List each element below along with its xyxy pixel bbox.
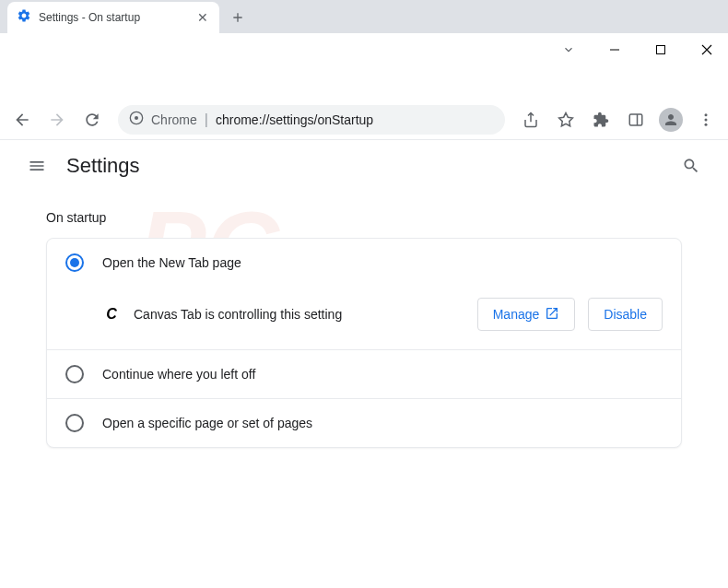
extension-notice-row: C Canvas Tab is controlling this setting… [47,287,681,349]
disable-button[interactable]: Disable [588,298,663,331]
manage-button[interactable]: Manage [477,298,576,331]
address-bar[interactable]: Chrome | chrome://settings/onStartup [118,105,505,135]
hamburger-menu-icon[interactable] [18,147,55,184]
site-info-icon[interactable] [129,111,144,129]
radio-label: Open a specific page or set of pages [102,416,312,430]
reload-button[interactable] [77,105,107,135]
window-controls [0,33,728,66]
radio-label: Continue where you left off [102,367,255,382]
radio-label: Open the New Tab page [102,255,241,270]
tab-title: Settings - On startup [39,11,188,24]
search-icon[interactable] [673,147,710,184]
extension-app-icon: C [102,305,121,323]
settings-gear-icon [17,8,31,27]
radio-option-continue[interactable]: Continue where you left off [47,350,681,398]
settings-content: On startup Open the New Tab page C Canva… [0,192,728,466]
close-button[interactable] [693,36,721,64]
chevron-down-icon[interactable] [555,36,582,64]
radio-button[interactable] [65,253,84,272]
forward-button[interactable] [42,105,72,135]
page-title: Settings [66,154,673,178]
radio-option-specific-pages[interactable]: Open a specific page or set of pages [47,399,681,447]
svg-rect-0 [610,50,619,51]
radio-button[interactable] [65,365,84,383]
svg-rect-4 [629,114,642,125]
radio-button[interactable] [65,414,84,432]
tab-close-icon[interactable]: ✕ [195,10,210,25]
open-external-icon [545,306,559,323]
chrome-menu-icon[interactable] [691,105,721,135]
bookmark-star-icon[interactable] [551,105,581,135]
svg-point-3 [135,116,138,120]
svg-point-6 [705,113,708,116]
extension-notice-text: Canvas Tab is controlling this setting [134,307,464,322]
startup-card: Open the New Tab page C Canvas Tab is co… [46,238,682,448]
extensions-icon[interactable] [586,105,616,135]
new-tab-button[interactable] [225,5,251,30]
settings-header: Settings [0,140,728,192]
minimize-button[interactable] [601,36,628,64]
share-icon[interactable] [516,105,546,135]
url-separator: | [205,112,208,128]
svg-rect-1 [657,46,665,54]
url-text: chrome://settings/onStartup [216,112,494,127]
url-scheme: Chrome [151,112,197,127]
browser-toolbar: Chrome | chrome://settings/onStartup [0,100,728,140]
side-panel-icon[interactable] [621,105,651,135]
svg-point-8 [705,123,708,125]
section-title: On startup [46,210,682,225]
radio-option-new-tab[interactable]: Open the New Tab page [47,239,681,287]
svg-point-7 [705,118,708,121]
browser-tab[interactable]: Settings - On startup ✕ [7,2,219,33]
maximize-button[interactable] [647,36,675,64]
profile-avatar[interactable] [656,105,686,135]
tab-bar: Settings - On startup ✕ [0,0,728,33]
back-button[interactable] [7,105,37,135]
